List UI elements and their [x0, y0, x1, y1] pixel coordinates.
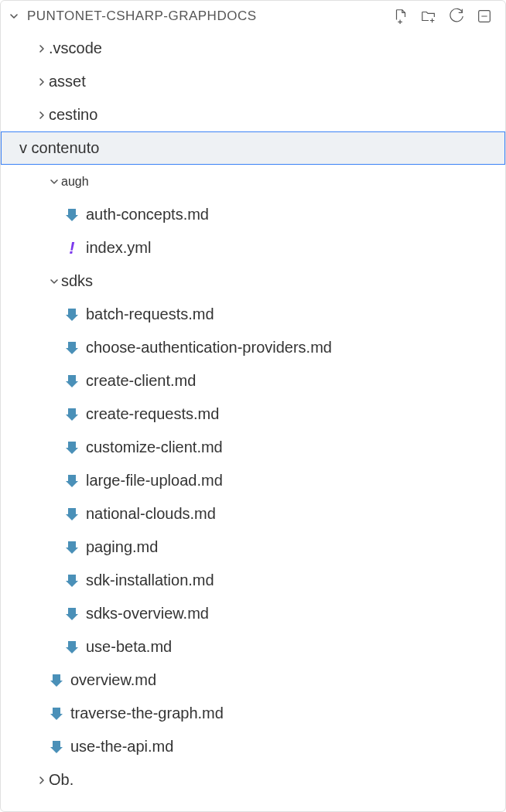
markdown-icon: [63, 372, 81, 391]
chevron-down-icon: [47, 175, 61, 189]
file-choose-auth[interactable]: choose-authentication-providers.md: [1, 331, 505, 364]
file-sdks-overview[interactable]: sdks-overview.md: [1, 597, 505, 630]
file-traverse[interactable]: traverse-the-graph.md: [1, 697, 505, 730]
markdown-icon: [63, 571, 81, 590]
file-create-requests[interactable]: create-requests.md: [1, 397, 505, 431]
markdown-icon: [63, 305, 81, 324]
folder-asset[interactable]: asset: [1, 65, 505, 98]
folder-label: Ob.: [49, 771, 74, 789]
markdown-icon: [63, 206, 81, 224]
file-label: paging.md: [86, 538, 158, 556]
markdown-icon: [63, 538, 81, 557]
markdown-icon: [47, 738, 66, 756]
file-label: batch-requests.md: [86, 305, 214, 323]
file-overview[interactable]: overview.md: [1, 664, 505, 697]
file-national-clouds[interactable]: national-clouds.md: [1, 497, 505, 531]
file-index-yml[interactable]: ! index.yml: [1, 231, 505, 264]
project-title: PUNTONET-CSHARP-GRAPHDOCS: [24, 9, 257, 24]
file-tree: .vscode asset cestino v contenuto augh a…: [1, 32, 505, 797]
file-use-beta[interactable]: use-beta.md: [1, 630, 505, 664]
file-sdk-installation[interactable]: sdk-installation.md: [1, 564, 505, 597]
chevron-right-icon: [35, 42, 49, 56]
file-large-file-upload[interactable]: large-file-upload.md: [1, 464, 505, 497]
chevron-right-icon: [35, 75, 49, 89]
new-folder-icon[interactable]: [420, 8, 437, 25]
markdown-icon: [63, 339, 81, 357]
folder-label: v contenuto: [1, 139, 99, 157]
file-auth-concepts[interactable]: auth-concepts.md: [1, 198, 505, 231]
refresh-icon[interactable]: [448, 8, 465, 25]
folder-cestino[interactable]: cestino: [1, 98, 505, 131]
markdown-icon: [47, 705, 66, 723]
markdown-icon: [63, 638, 81, 657]
file-label: choose-authentication-providers.md: [86, 339, 332, 357]
markdown-icon: [63, 505, 81, 524]
markdown-icon: [63, 438, 81, 457]
header-actions: [392, 8, 499, 25]
folder-label: augh: [61, 175, 89, 189]
file-label: overview.md: [70, 671, 156, 689]
file-label: use-beta.md: [86, 638, 172, 656]
file-use-api[interactable]: use-the-api.md: [1, 730, 505, 763]
file-label: sdks-overview.md: [86, 605, 209, 623]
folder-ob[interactable]: Ob.: [1, 763, 505, 797]
file-label: national-clouds.md: [86, 505, 216, 523]
new-file-icon[interactable]: [392, 8, 409, 25]
folder-label: asset: [49, 73, 86, 90]
file-customize-client[interactable]: customize-client.md: [1, 431, 505, 464]
file-paging[interactable]: paging.md: [1, 531, 505, 564]
markdown-icon: [63, 405, 81, 424]
chevron-right-icon: [35, 773, 49, 787]
folder-vscode[interactable]: .vscode: [1, 32, 505, 65]
file-label: customize-client.md: [86, 438, 223, 456]
chevron-down-icon: [47, 275, 61, 288]
file-batch-requests[interactable]: batch-requests.md: [1, 298, 505, 331]
folder-label: cestino: [49, 106, 97, 124]
file-label: auth-concepts.md: [86, 206, 209, 223]
folder-contenuto[interactable]: v contenuto: [1, 131, 505, 165]
markdown-icon: [63, 605, 81, 623]
chevron-down-icon[interactable]: [7, 9, 21, 23]
folder-label: .vscode: [49, 39, 102, 57]
file-create-client[interactable]: create-client.md: [1, 364, 505, 397]
markdown-icon: [63, 472, 81, 490]
file-label: use-the-api.md: [70, 738, 173, 756]
folder-augh[interactable]: augh: [1, 165, 505, 198]
collapse-all-icon[interactable]: [476, 8, 493, 25]
chevron-right-icon: [35, 108, 49, 122]
file-label: create-requests.md: [86, 405, 219, 423]
markdown-icon: [47, 671, 66, 690]
explorer-header: PUNTONET-CSHARP-GRAPHDOCS: [1, 1, 505, 32]
file-label: traverse-the-graph.md: [70, 705, 224, 722]
folder-label: sdks: [61, 272, 93, 290]
yaml-icon: !: [63, 239, 81, 258]
file-label: index.yml: [86, 239, 151, 257]
file-label: large-file-upload.md: [86, 472, 223, 490]
file-label: sdk-installation.md: [86, 571, 214, 589]
folder-sdks[interactable]: sdks: [1, 264, 505, 298]
file-label: create-client.md: [86, 372, 196, 390]
